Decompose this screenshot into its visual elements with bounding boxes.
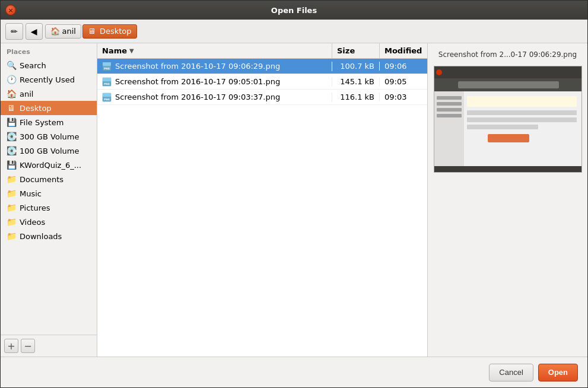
svg-rect-20 xyxy=(434,166,582,173)
kwordquiz-icon: 💾 xyxy=(7,160,16,170)
remove-bookmark-button[interactable]: − xyxy=(21,339,35,353)
home-icon: 🏠 xyxy=(50,27,60,36)
sidebar-item-documents[interactable]: 📁 Documents xyxy=(1,172,97,186)
bottom-bar: Cancel Open xyxy=(1,357,587,387)
sidebar-item-100gb[interactable]: 💽 100 GB Volume xyxy=(1,144,97,158)
sidebar-label-desktop: Desktop xyxy=(20,104,52,113)
column-size-header[interactable]: Size xyxy=(332,43,380,58)
column-size-label: Size xyxy=(337,46,355,55)
titlebar: × Open Files xyxy=(1,1,587,20)
edit-button[interactable]: ✏ xyxy=(5,23,23,40)
svg-rect-15 xyxy=(467,96,577,107)
file-row-2-modified: 09:03 xyxy=(380,93,427,101)
filesystem-icon: 💾 xyxy=(7,117,16,127)
downloads-icon: 📁 xyxy=(7,231,16,241)
sidebar-label-recently-used: Recently Used xyxy=(20,75,75,84)
close-icon: × xyxy=(8,7,13,14)
svg-rect-18 xyxy=(467,125,538,129)
volume-100-icon: 💽 xyxy=(7,146,16,155)
location-desktop[interactable]: 🖥 Desktop xyxy=(82,24,137,39)
sidebar-item-kwordquiz[interactable]: 💾 KWordQuiz_6_... xyxy=(1,158,97,172)
file-row-2[interactable]: PNG Screenshot from 2016-10-17 09:03:37.… xyxy=(97,90,427,105)
file-row-0-name: PNG Screenshot from 2016-10-17 09:06:29.… xyxy=(97,62,332,71)
svg-rect-4 xyxy=(103,78,111,81)
sidebar-item-downloads[interactable]: 📁 Downloads xyxy=(1,229,97,243)
file-row-1-size: 145.1 kB xyxy=(332,77,380,86)
sidebar-label-100gb: 100 GB Volume xyxy=(20,147,79,155)
sidebar-footer: + − xyxy=(1,335,97,357)
add-icon: + xyxy=(7,341,15,352)
sidebar-item-filesystem[interactable]: 💾 File System xyxy=(1,115,97,129)
open-button[interactable]: Open xyxy=(538,364,578,381)
svg-rect-22 xyxy=(437,102,462,106)
sidebar-label-pictures: Pictures xyxy=(20,203,50,212)
file-row-0-size: 100.7 kB xyxy=(332,62,380,71)
sidebar-item-anil[interactable]: 🏠 anil xyxy=(1,87,97,101)
search-icon: 🔍 xyxy=(7,61,16,70)
location-anil-label: anil xyxy=(62,27,76,36)
sidebar-item-music[interactable]: 📁 Music xyxy=(1,186,97,201)
home-folder-icon: 🏠 xyxy=(7,89,16,98)
sidebar-item-desktop[interactable]: 🖥 Desktop xyxy=(1,101,97,115)
pencil-icon: ✏ xyxy=(11,27,18,36)
back-button[interactable]: ◀ xyxy=(26,23,43,40)
column-name-header[interactable]: Name ▼ xyxy=(97,43,332,58)
svg-point-10 xyxy=(436,69,442,75)
sort-arrow-icon: ▼ xyxy=(129,47,134,54)
file-name-0: Screenshot from 2016-10-17 09:06:29.png xyxy=(115,62,280,71)
sidebar-item-search[interactable]: 🔍 Search xyxy=(1,58,97,72)
sidebar-label-anil: anil xyxy=(20,90,33,98)
column-modified-label: Modified xyxy=(384,46,422,55)
location-breadcrumb: 🏠 anil 🖥 Desktop xyxy=(45,24,137,39)
svg-text:PNG: PNG xyxy=(104,82,110,85)
png-file-icon-2: PNG xyxy=(102,93,112,102)
location-desktop-label: Desktop xyxy=(100,27,132,36)
svg-rect-12 xyxy=(458,81,559,88)
remove-icon: − xyxy=(24,341,31,352)
svg-rect-1 xyxy=(103,62,111,66)
file-name-1: Screenshot from 2016-10-17 09:05:01.png xyxy=(115,77,280,86)
main-content: Places 🔍 Search 🕐 Recently Used 🏠 anil 🖥… xyxy=(1,43,587,357)
file-row-2-name: PNG Screenshot from 2016-10-17 09:03:37.… xyxy=(97,93,332,102)
file-list-header: Name ▼ Size Modified xyxy=(97,43,427,59)
svg-rect-19 xyxy=(488,134,529,142)
cancel-button[interactable]: Cancel xyxy=(489,364,533,381)
svg-rect-16 xyxy=(467,110,577,115)
file-row-1[interactable]: PNG Screenshot from 2016-10-17 09:05:01.… xyxy=(97,74,427,90)
desktop-icon: 🖥 xyxy=(88,27,97,36)
close-button[interactable]: × xyxy=(5,5,16,15)
svg-rect-7 xyxy=(103,93,111,97)
music-icon: 📁 xyxy=(7,189,16,198)
sidebar-item-videos[interactable]: 📁 Videos xyxy=(1,215,97,229)
svg-rect-21 xyxy=(437,96,462,100)
sidebar-label-filesystem: File System xyxy=(20,118,63,127)
svg-rect-17 xyxy=(467,117,577,122)
file-row-2-size: 116.1 kB xyxy=(332,93,380,101)
sidebar-item-pictures[interactable]: 📁 Pictures xyxy=(1,201,97,215)
preview-image xyxy=(434,66,582,173)
file-row-0[interactable]: PNG Screenshot from 2016-10-17 09:06:29.… xyxy=(97,59,427,74)
sidebar-label-downloads: Downloads xyxy=(20,232,62,241)
location-anil[interactable]: 🏠 anil xyxy=(45,24,81,39)
back-icon: ◀ xyxy=(31,27,37,36)
file-area: Name ▼ Size Modified PNG xyxy=(97,43,427,357)
open-files-dialog: × Open Files ✏ ◀ 🏠 anil 🖥 Desktop Places xyxy=(0,0,588,388)
sidebar-label-documents: Documents xyxy=(20,175,63,184)
sidebar-item-300gb[interactable]: 💽 300 GB Volume xyxy=(1,129,97,144)
preview-filename: Screenshot from 2...0-17 09:06:29.png xyxy=(436,48,579,61)
png-file-icon-0: PNG xyxy=(102,62,112,71)
column-name-label: Name xyxy=(102,46,127,55)
file-name-2: Screenshot from 2016-10-17 09:03:37.png xyxy=(115,93,280,101)
file-row-0-modified: 09:06 xyxy=(380,62,427,71)
preview-thumbnail xyxy=(434,66,582,173)
sidebar: Places 🔍 Search 🕐 Recently Used 🏠 anil 🖥… xyxy=(1,43,97,357)
sidebar-section-label: Places xyxy=(1,43,97,58)
sidebar-item-recently-used[interactable]: 🕐 Recently Used xyxy=(1,72,97,87)
sidebar-label-kwordquiz: KWordQuiz_6_... xyxy=(20,161,81,170)
add-bookmark-button[interactable]: + xyxy=(4,339,18,353)
file-row-1-name: PNG Screenshot from 2016-10-17 09:05:01.… xyxy=(97,77,332,87)
column-modified-header[interactable]: Modified xyxy=(380,43,427,58)
toolbar: ✏ ◀ 🏠 anil 🖥 Desktop xyxy=(1,20,587,43)
desktop-folder-icon: 🖥 xyxy=(7,103,16,113)
svg-text:PNG: PNG xyxy=(104,67,110,70)
